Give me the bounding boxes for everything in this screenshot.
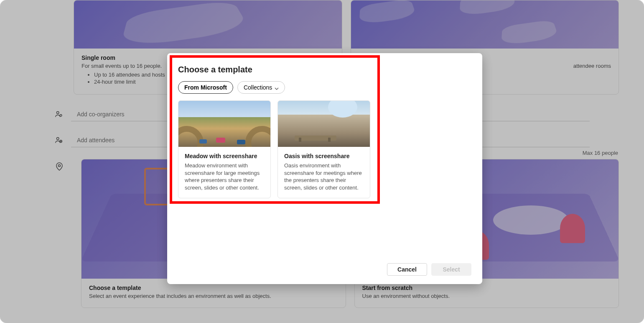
chevron-down-icon bbox=[275, 85, 279, 90]
template-thumbnail bbox=[278, 101, 370, 147]
tab-label: From Microsoft bbox=[184, 84, 227, 91]
tab-label: Collections bbox=[244, 84, 272, 91]
choose-template-dialog: Choose a template From Microsoft Collect… bbox=[167, 53, 482, 284]
dialog-title: Choose a template bbox=[178, 65, 471, 74]
template-desc: Oasis environment with screenshare for m… bbox=[284, 162, 364, 191]
template-desc: Meadow environment with screenshare for … bbox=[185, 162, 264, 191]
template-card-meadow[interactable]: Meadow with screenshare Meadow environme… bbox=[178, 100, 271, 198]
select-button[interactable]: Select bbox=[431, 263, 471, 276]
template-thumbnail bbox=[178, 101, 270, 147]
tab-from-microsoft[interactable]: From Microsoft bbox=[178, 81, 233, 94]
template-title: Oasis with screenshare bbox=[284, 153, 364, 159]
dialog-tabs: From Microsoft Collections bbox=[178, 81, 471, 94]
cancel-button[interactable]: Cancel bbox=[387, 263, 427, 276]
template-card-oasis[interactable]: Oasis with screenshare Oasis environment… bbox=[277, 100, 370, 198]
tab-collections[interactable]: Collections bbox=[237, 81, 285, 94]
template-grid: Meadow with screenshare Meadow environme… bbox=[178, 100, 471, 198]
template-title: Meadow with screenshare bbox=[185, 153, 264, 159]
